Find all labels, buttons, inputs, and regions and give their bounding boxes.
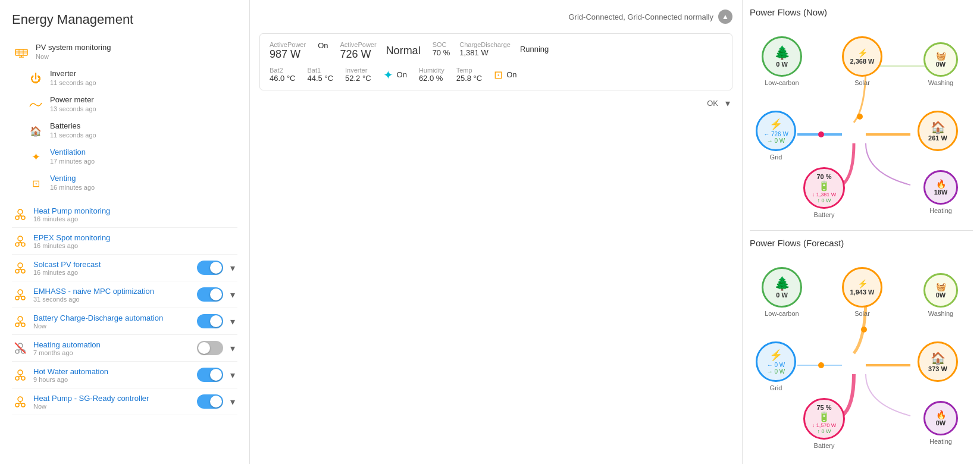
sg-ready-name[interactable]: Heat Pump - SG-Ready controller xyxy=(33,394,149,403)
battery-soc-now: 70 % xyxy=(816,173,831,180)
automation-item: Heat Pump monitoring 16 minutes ago xyxy=(12,201,237,228)
emhass-name[interactable]: EMHASS - naive MPC optimization xyxy=(33,287,154,296)
heating-auto-chevron[interactable]: ▾ xyxy=(228,340,237,356)
svg-point-27 xyxy=(21,296,25,300)
emhass-chevron[interactable]: ▾ xyxy=(228,287,237,303)
solcast-name[interactable]: Solcast PV forecast xyxy=(33,260,101,269)
solcast-time: 16 minutes ago xyxy=(33,269,101,276)
solcast-toggle[interactable] xyxy=(197,261,223,275)
solar-value-now: 2,368 W xyxy=(850,58,875,65)
power-flows-forecast-section: Power Flows (Forecast) xyxy=(750,238,973,452)
home-value-fc: 373 W xyxy=(928,365,947,372)
grid-label-now: Grid xyxy=(770,153,782,161)
battery-node-forecast: 75 % 🔋 ↓ 1,570 W ↑ 0 W Battery xyxy=(803,398,845,449)
washing-node-forecast: 🧺 0W Washing xyxy=(923,273,958,317)
solar-value-fc: 1,943 W xyxy=(850,289,875,296)
list-item: Power meter 13 seconds ago xyxy=(12,92,237,118)
svg-point-58 xyxy=(861,327,867,333)
inverter-name[interactable]: Inverter xyxy=(50,69,96,78)
hot-water-time: 9 hours ago xyxy=(33,376,108,383)
bat1-label: Bat1 xyxy=(308,67,334,74)
hot-water-toggle[interactable] xyxy=(197,368,223,382)
venting-on-badge: On xyxy=(506,70,516,79)
epex-time: 16 minutes ago xyxy=(33,242,110,249)
battery-label-fc: Battery xyxy=(814,442,835,449)
batteries-name[interactable]: Batteries xyxy=(50,121,96,130)
svg-point-33 xyxy=(21,323,25,327)
svg-point-19 xyxy=(18,263,23,268)
sg-ready-icon xyxy=(12,393,29,410)
ok-chevron-btn[interactable]: ▾ xyxy=(723,95,732,111)
bat1-value: 44.5 °C xyxy=(308,74,334,83)
washing-node-now: 🧺 0W Washing xyxy=(923,42,958,86)
solar-label-fc: Solar xyxy=(854,310,870,317)
hot-water-chevron[interactable]: ▾ xyxy=(228,367,237,383)
inverter-temp-value: 52.2 °C xyxy=(345,74,371,83)
device-time: Now xyxy=(36,53,111,60)
heating-value-now: 18W xyxy=(934,189,948,196)
power-meter-icon xyxy=(26,95,45,114)
svg-point-32 xyxy=(15,323,19,327)
svg-point-57 xyxy=(818,131,824,137)
battery-v1-fc: ↓ 1,570 W xyxy=(812,422,837,428)
svg-point-15 xyxy=(21,243,25,246)
emhass-toggle[interactable] xyxy=(197,287,223,302)
grid-label-fc: Grid xyxy=(770,384,782,391)
sg-ready-toggle[interactable] xyxy=(197,394,223,409)
heating-label-now: Heating xyxy=(929,207,952,214)
inverter-on-badge: On xyxy=(318,41,328,50)
grid-value1-now: ← 726 W xyxy=(763,131,788,137)
venting-name[interactable]: Venting xyxy=(50,174,95,183)
list-item: 🏠 Batteries 11 seconds ago xyxy=(12,118,237,144)
heat-pump-monitoring-name[interactable]: Heat Pump monitoring xyxy=(33,206,110,215)
grid-value2-now: → 0 W xyxy=(767,137,785,144)
batteries-time: 11 seconds ago xyxy=(50,131,96,139)
solar-node-forecast: ⚡ 1,943 W Solar xyxy=(842,267,882,317)
pm-active-power-label: ActivePower xyxy=(340,41,376,48)
svg-point-13 xyxy=(18,236,23,241)
automation-item: Heat Pump - SG-Ready controller Now ▾ xyxy=(12,388,237,415)
right-panel: Power Flows (Now) xyxy=(742,0,980,464)
svg-point-38 xyxy=(15,350,19,353)
hot-water-name[interactable]: Hot Water automation xyxy=(33,367,108,376)
page-title: Energy Management xyxy=(12,12,237,27)
heating-value-fc: 0W xyxy=(936,419,946,427)
list-item: ✦ Ventilation 17 minutes ago xyxy=(12,144,237,170)
running-badge: Running xyxy=(520,45,549,54)
heating-auto-name[interactable]: Heating automation xyxy=(33,340,101,349)
epex-icon xyxy=(12,233,29,249)
epex-name[interactable]: EPEX Spot monitoring xyxy=(33,233,110,242)
status-chevron-btn[interactable]: ▲ xyxy=(718,10,732,24)
svg-point-25 xyxy=(18,290,23,294)
venting-time: 16 minutes ago xyxy=(50,184,95,191)
svg-point-14 xyxy=(15,243,19,246)
heating-auto-toggle[interactable] xyxy=(197,341,223,355)
svg-point-59 xyxy=(818,362,824,368)
automation-item: Battery Charge-Discharge automation Now … xyxy=(12,308,237,335)
sg-ready-time: Now xyxy=(33,403,149,410)
device-name[interactable]: PV system monitoring xyxy=(36,43,111,52)
home-node-now: 🏠 261 W xyxy=(918,111,958,151)
power-meter-name[interactable]: Power meter xyxy=(50,95,96,104)
list-item: ⊡ Venting 16 minutes ago xyxy=(12,170,237,196)
battery-v2-now: ↑ 0 W xyxy=(817,197,831,203)
heat-pump-monitoring-icon xyxy=(12,206,29,222)
humidity-value: 62.0 % xyxy=(419,74,444,83)
grid-value1-fc: ← 0 W xyxy=(767,362,785,368)
ventilation-name[interactable]: Ventilation xyxy=(50,148,95,156)
charge-discharge-label: ChargeDischarge xyxy=(459,41,511,48)
bat2-value: 46.0 °C xyxy=(270,74,296,83)
pm-active-power-value: 726 W xyxy=(340,48,376,61)
battery-cd-chevron[interactable]: ▾ xyxy=(228,313,237,330)
battery-cd-toggle[interactable] xyxy=(197,314,223,328)
bat2-label: Bat2 xyxy=(270,67,296,74)
battery-cd-name[interactable]: Battery Charge-Discharge automation xyxy=(33,313,163,322)
sg-ready-chevron[interactable]: ▾ xyxy=(228,394,237,410)
solcast-chevron[interactable]: ▾ xyxy=(228,260,237,276)
inverter-time: 11 seconds ago xyxy=(50,79,96,86)
emhass-icon xyxy=(12,286,29,303)
automation-item: EMHASS - naive MPC optimization 31 secon… xyxy=(12,281,237,308)
home-value-now: 261 W xyxy=(928,134,947,142)
batteries-icon: 🏠 xyxy=(26,121,45,140)
heating-node-now: 🔥 18W Heating xyxy=(923,170,958,214)
